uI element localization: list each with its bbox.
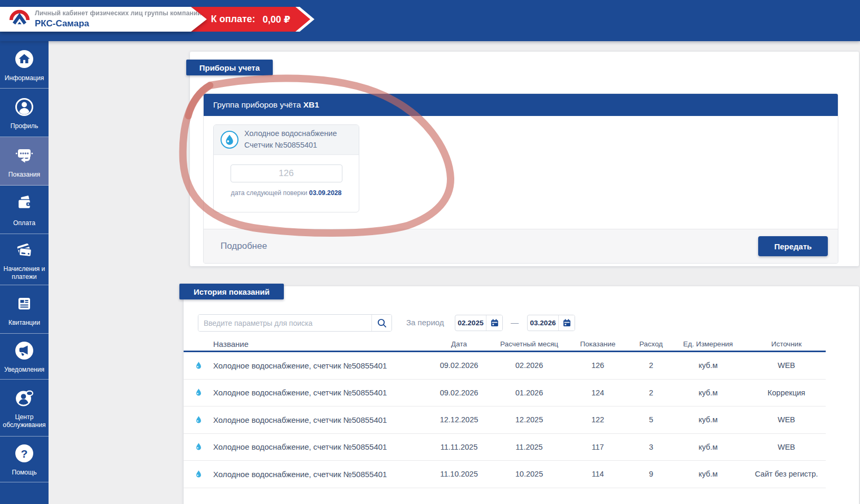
search-box	[198, 314, 392, 332]
next-check-caption: дата следующей поверки 03.09.2028	[214, 189, 359, 197]
period-from-box	[455, 315, 503, 331]
meter-group-panel: Группа приборов учёта ХВ1 Холодное водос…	[203, 93, 838, 264]
col-usage: Расход	[633, 340, 669, 348]
period-to-box	[527, 315, 575, 331]
history-table: Название Дата Расчетный месяц Показание …	[184, 337, 826, 488]
bank-cards-icon	[13, 238, 36, 261]
col-reading: Показание	[562, 340, 633, 348]
water-drop-circle-icon	[220, 130, 239, 149]
table-row: Холодное водоснабжение, счетчик №5085540…	[184, 380, 826, 407]
history-controls: За период —	[184, 314, 859, 332]
period-label: За период	[406, 318, 444, 327]
wallet-icon	[13, 192, 36, 216]
col-date: Дата	[422, 340, 496, 348]
meter-tile: Холодное водоснабжение Счетчик №50855401…	[213, 124, 359, 212]
cabinet-subtitle: Личный кабинет физических лиц группы ком…	[35, 9, 202, 17]
table-row: Холодное водоснабжение, счетчик №5085540…	[184, 434, 826, 461]
water-drop-icon	[195, 442, 202, 451]
search-button[interactable]	[371, 315, 391, 331]
app-window: К оплате: 0,00 ₽ Личный кабинет физическ…	[0, 0, 860, 504]
rks-logo-icon	[8, 8, 31, 31]
col-month: Расчетный месяц	[496, 340, 562, 348]
sidebar-item-profile[interactable]: Профиль	[0, 89, 49, 137]
water-drop-icon	[195, 388, 202, 397]
table-row: Холодное водоснабжение, счетчик №5085540…	[184, 406, 826, 434]
top-header: К оплате: 0,00 ₽ Личный кабинет физическ…	[0, 0, 860, 41]
reading-input[interactable]	[231, 164, 342, 182]
readings-icon	[13, 144, 36, 167]
meter-type: Холодное водоснабжение	[244, 128, 337, 140]
search-input[interactable]	[198, 315, 371, 331]
sidebar-item-receipts[interactable]: Квитанции	[0, 285, 49, 334]
history-section-badge: История показаний	[179, 284, 284, 299]
home-icon	[13, 47, 36, 71]
sidebar-item-notifications[interactable]: Уведомления	[0, 334, 49, 380]
table-row: Холодное водоснабжение, счетчик №5085540…	[184, 461, 826, 488]
details-link[interactable]: Подробнее	[221, 241, 267, 251]
sidebar-item-readings[interactable]: Показания	[0, 137, 49, 186]
period-to-input[interactable]	[528, 319, 558, 327]
table-body: Холодное водоснабжение, счетчик №5085540…	[184, 352, 826, 488]
meter-group-title: Группа приборов учёта ХВ1	[213, 100, 319, 110]
period-from-input[interactable]	[455, 319, 486, 327]
col-source: Источник	[747, 340, 826, 348]
brand-band: Личный кабинет физических лиц группы ком…	[0, 7, 207, 32]
table-header-row: Название Дата Расчетный месяц Показание …	[184, 337, 826, 352]
calendar-icon	[490, 318, 499, 327]
brand-text: Личный кабинет физических лиц группы ком…	[35, 9, 202, 29]
meter-tile-header: Холодное водоснабжение Счетчик №50855401	[214, 125, 359, 155]
sidebar-item-payment[interactable]: Оплата	[0, 186, 49, 234]
sidebar-filler	[0, 482, 49, 504]
meter-group-header: Группа приборов учёта ХВ1	[204, 94, 838, 116]
meter-serial: Счетчик №50855401	[244, 140, 337, 151]
meter-tile-body: дата следующей поверки 03.09.2028	[214, 155, 359, 197]
search-icon	[377, 318, 387, 328]
meter-group-body: Холодное водоснабжение Счетчик №50855401…	[204, 116, 838, 229]
water-drop-icon	[195, 415, 202, 424]
brand-band-wrap: Личный кабинет физических лиц группы ком…	[0, 7, 207, 32]
water-drop-icon	[195, 470, 202, 479]
col-unit: Ед. Измерения	[669, 340, 747, 348]
svg-text:?: ?	[21, 448, 28, 460]
period-from-calendar-button[interactable]	[486, 315, 502, 331]
col-name: Название	[213, 340, 422, 348]
meter-group-footer: Подробнее Передать	[204, 229, 838, 263]
pay-label: К оплате:	[211, 14, 255, 25]
sidebar-item-charges[interactable]: Начисления и платежи	[0, 234, 49, 285]
meter-description: Холодное водоснабжение Счетчик №50855401	[244, 128, 337, 151]
calendar-icon	[562, 318, 571, 327]
water-drop-icon	[195, 361, 202, 370]
sidebar-nav: Информация Профиль Показания	[0, 41, 49, 504]
person-chat-icon	[13, 386, 36, 410]
sidebar-item-help[interactable]: ? Помощь	[0, 437, 49, 482]
brand-name: РКС-Самара	[35, 18, 202, 29]
period-dash: —	[511, 318, 519, 327]
sidebar-item-information[interactable]: Информация	[0, 41, 49, 89]
question-mark-icon: ?	[13, 442, 36, 465]
pay-amount: 0,00 ₽	[263, 14, 291, 25]
sidebar-item-service-center[interactable]: Центр обслуживания	[0, 380, 49, 437]
history-card: За период —	[184, 286, 859, 504]
period-to-calendar-button[interactable]	[558, 315, 575, 331]
megaphone-icon	[13, 339, 36, 362]
meters-section-badge: Приборы учета	[186, 60, 273, 75]
submit-readings-button[interactable]: Передать	[758, 236, 828, 256]
meters-card: Группа приборов учёта ХВ1 Холодное водос…	[190, 52, 859, 266]
table-row: Холодное водоснабжение, счетчик №5085540…	[184, 352, 826, 380]
receipt-lines-icon	[13, 292, 36, 315]
profile-icon	[13, 95, 36, 119]
